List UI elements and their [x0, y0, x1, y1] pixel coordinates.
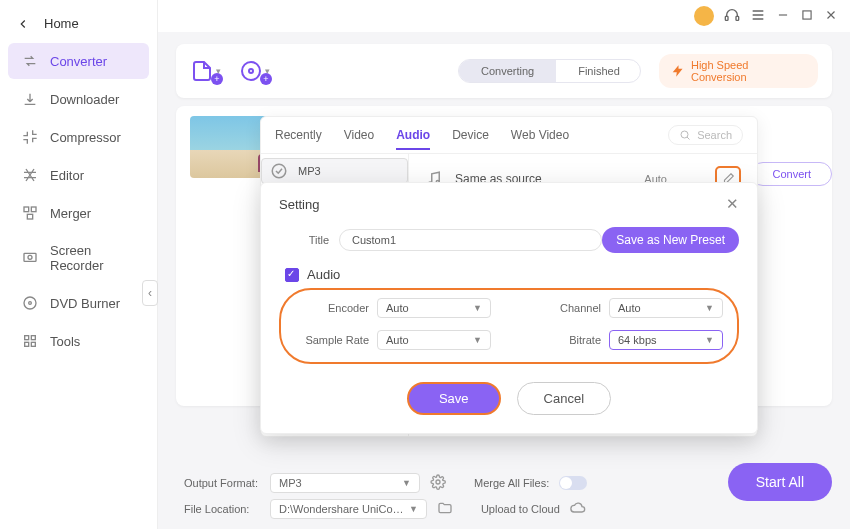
tab-video[interactable]: Video: [344, 128, 374, 142]
save-button[interactable]: Save: [407, 382, 501, 415]
sidebar-item-label: Merger: [50, 206, 91, 221]
high-speed-badge[interactable]: High Speed Conversion: [659, 54, 818, 88]
tab-recently[interactable]: Recently: [275, 128, 322, 142]
cloud-icon[interactable]: [570, 500, 586, 518]
sidebar-item-tools[interactable]: Tools: [8, 323, 149, 359]
minimize-icon[interactable]: [776, 8, 790, 25]
settings-icon[interactable]: [430, 474, 446, 492]
svg-point-9: [29, 302, 32, 305]
svg-rect-1: [736, 16, 739, 20]
sidebar-item-label: Downloader: [50, 92, 119, 107]
sidebar-item-label: Screen Recorder: [50, 243, 135, 273]
sidebar-item-label: Converter: [50, 54, 107, 69]
download-icon: [22, 91, 38, 107]
audio-checkbox-row[interactable]: Audio: [285, 267, 739, 282]
sidebar-item-merger[interactable]: Merger: [8, 195, 149, 231]
svg-rect-11: [31, 336, 35, 340]
svg-point-7: [28, 255, 32, 259]
format-mp3[interactable]: MP3: [261, 158, 408, 184]
tools-icon: [22, 333, 38, 349]
record-icon: [22, 250, 38, 266]
home-link[interactable]: Home: [0, 6, 157, 41]
search-icon: [679, 129, 691, 141]
svg-rect-10: [25, 336, 29, 340]
modal-close[interactable]: ✕: [726, 195, 739, 213]
status-segment: Converting Finished: [458, 59, 641, 83]
tab-audio[interactable]: Audio: [396, 128, 430, 150]
svg-rect-0: [725, 16, 728, 20]
convert-button[interactable]: Convert: [751, 162, 832, 186]
sidebar: Home Converter Downloader Compressor Edi…: [0, 0, 158, 529]
sidebar-item-label: Tools: [50, 334, 80, 349]
bitrate-label: Bitrate: [527, 334, 601, 346]
svg-rect-2: [803, 10, 811, 18]
home-label: Home: [44, 16, 79, 31]
avatar[interactable]: [694, 6, 714, 26]
channel-label: Channel: [527, 302, 601, 314]
add-file-button[interactable]: +▾: [190, 59, 221, 83]
merger-icon: [22, 205, 38, 221]
maximize-icon[interactable]: [800, 8, 814, 25]
svg-rect-12: [25, 342, 29, 346]
svg-rect-6: [24, 253, 36, 261]
sidebar-item-downloader[interactable]: Downloader: [8, 81, 149, 117]
menu-icon[interactable]: [750, 7, 766, 26]
sidebar-item-converter[interactable]: Converter: [8, 43, 149, 79]
folder-icon[interactable]: [437, 500, 453, 518]
sidebar-item-screen-recorder[interactable]: Screen Recorder: [8, 233, 149, 283]
sidebar-item-compressor[interactable]: Compressor: [8, 119, 149, 155]
audio-settings-group: EncoderAuto▼ ChannelAuto▼ Sample RateAut…: [279, 288, 739, 364]
upload-cloud-label: Upload to Cloud: [481, 503, 560, 515]
add-disc-button[interactable]: +▾: [239, 59, 270, 83]
sidebar-item-label: DVD Burner: [50, 296, 120, 311]
tab-finished[interactable]: Finished: [556, 60, 641, 82]
merge-toggle[interactable]: [559, 476, 587, 490]
file-location-label: File Location:: [184, 503, 260, 515]
modal-title: Setting: [279, 197, 319, 212]
format-search[interactable]: Search: [668, 125, 743, 145]
encoder-label: Encoder: [295, 302, 369, 314]
sample-rate-label: Sample Rate: [295, 334, 369, 346]
sample-rate-select[interactable]: Auto▼: [377, 330, 491, 350]
headset-icon[interactable]: [724, 7, 740, 26]
merge-label: Merge All Files:: [474, 477, 549, 489]
start-all-button[interactable]: Start All: [728, 463, 832, 501]
svg-rect-3: [24, 207, 29, 212]
svg-point-8: [24, 297, 36, 309]
output-format-select[interactable]: MP3▼: [270, 473, 420, 493]
dvd-icon: [22, 295, 38, 311]
bitrate-select[interactable]: 64 kbps▼: [609, 330, 723, 350]
sidebar-item-dvd-burner[interactable]: DVD Burner: [8, 285, 149, 321]
svg-rect-4: [31, 207, 36, 212]
save-as-preset-button[interactable]: Save as New Preset: [602, 227, 739, 253]
setting-modal: Setting ✕ Title Save as New Preset Audio…: [260, 182, 758, 434]
close-icon[interactable]: [824, 8, 838, 25]
converter-icon: [22, 53, 38, 69]
disc-check-icon: [270, 162, 288, 180]
svg-point-18: [681, 131, 688, 138]
tab-web-video[interactable]: Web Video: [511, 128, 569, 142]
sidebar-collapse[interactable]: ‹: [142, 280, 158, 306]
tab-converting[interactable]: Converting: [459, 60, 556, 82]
cancel-button[interactable]: Cancel: [517, 382, 611, 415]
toolbar-card: +▾ +▾ Converting Finished High Speed Con…: [176, 44, 832, 98]
output-format-label: Output Format:: [184, 477, 260, 489]
editor-icon: [22, 167, 38, 183]
encoder-select[interactable]: Auto▼: [377, 298, 491, 318]
file-location-select[interactable]: D:\Wondershare UniConverter 1▼: [270, 499, 427, 519]
title-label: Title: [279, 234, 329, 246]
svg-rect-13: [31, 342, 35, 346]
compress-icon: [22, 129, 38, 145]
tab-device[interactable]: Device: [452, 128, 489, 142]
sidebar-item-label: Compressor: [50, 130, 121, 145]
sidebar-item-label: Editor: [50, 168, 84, 183]
checkbox-icon: [285, 268, 299, 282]
svg-point-22: [436, 480, 440, 484]
svg-point-14: [242, 62, 260, 80]
svg-rect-5: [27, 214, 32, 219]
channel-select[interactable]: Auto▼: [609, 298, 723, 318]
svg-point-19: [272, 164, 286, 178]
svg-point-15: [249, 69, 253, 73]
title-input[interactable]: [339, 229, 602, 251]
sidebar-item-editor[interactable]: Editor: [8, 157, 149, 193]
